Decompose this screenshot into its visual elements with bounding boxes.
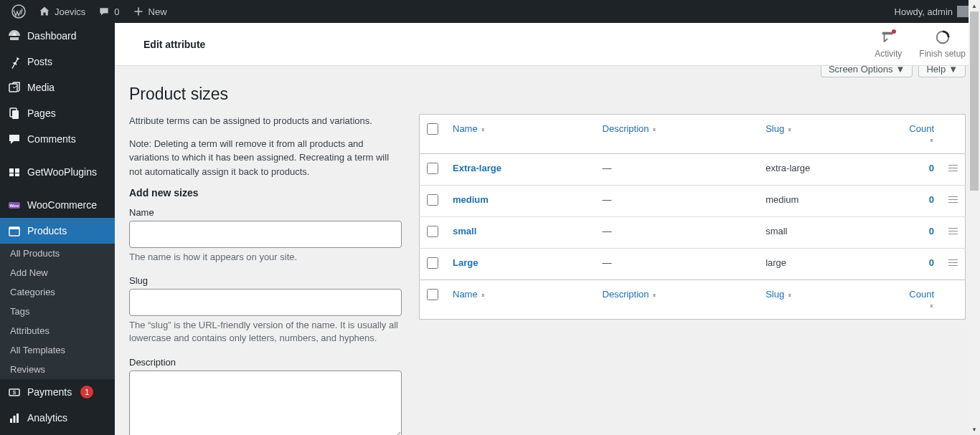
- page-title: Product sizes: [129, 85, 966, 104]
- term-count-link[interactable]: 0: [929, 257, 934, 268]
- svg-rect-11: [9, 227, 19, 229]
- table-row: medium—medium0: [420, 186, 966, 217]
- term-description: —: [595, 154, 759, 186]
- slug-input[interactable]: [129, 289, 402, 316]
- select-all-checkbox[interactable]: [427, 123, 438, 135]
- menu-label: GetWooPlugins: [27, 166, 97, 178]
- help-tab[interactable]: Help ▼: [918, 66, 966, 77]
- admin-bar: Joevics 0 New Howdy, admin: [0, 0, 980, 23]
- svg-rect-6: [9, 173, 14, 176]
- comments-link[interactable]: 0: [93, 0, 125, 23]
- admin-sidebar: Dashboard Posts Media Pages Comments Get…: [0, 23, 115, 435]
- name-label: Name: [129, 207, 402, 218]
- menu-dashboard[interactable]: Dashboard: [0, 23, 115, 49]
- menu-label: Products: [27, 225, 67, 236]
- new-content-link[interactable]: New: [127, 0, 173, 23]
- page-header: Edit attribute Activity Finish setup: [115, 23, 980, 66]
- term-name-link[interactable]: medium: [453, 194, 489, 205]
- select-all-checkbox-footer[interactable]: [427, 289, 438, 300]
- site-name: Joevics: [55, 6, 85, 17]
- slug-hint: The “slug” is the URL-friendly version o…: [129, 319, 402, 345]
- submenu-all-templates[interactable]: All Templates: [0, 340, 115, 360]
- term-count-link[interactable]: 0: [929, 226, 934, 236]
- col-count[interactable]: Count: [898, 115, 941, 154]
- col-description[interactable]: Description: [595, 115, 759, 154]
- menu-getwooplugins[interactable]: GetWooPlugins: [0, 159, 115, 185]
- description-label: Description: [129, 357, 402, 368]
- table-row: small—small0: [420, 217, 966, 249]
- menu-analytics[interactable]: Analytics: [0, 405, 115, 431]
- submenu-add-new[interactable]: Add New: [0, 263, 115, 282]
- scroll-up-arrow[interactable]: ▲: [969, 0, 980, 11]
- finish-setup-label: Finish setup: [919, 49, 966, 59]
- menu-media[interactable]: Media: [0, 75, 115, 100]
- page-header-title: Edit attribute: [143, 39, 205, 50]
- term-description: —: [595, 249, 759, 280]
- drag-handle[interactable]: [941, 154, 966, 186]
- table-row: Large—large0: [420, 249, 966, 280]
- term-count-link[interactable]: 0: [929, 194, 934, 205]
- menu-label: WooCommerce: [27, 199, 97, 211]
- menu-label: Payments: [27, 386, 72, 398]
- term-name-link[interactable]: small: [453, 226, 476, 236]
- site-name-link[interactable]: Joevics: [33, 0, 91, 23]
- menu-woocommerce[interactable]: Woo WooCommerce: [0, 192, 115, 218]
- svg-text:$: $: [13, 389, 17, 396]
- drag-handle[interactable]: [941, 186, 966, 217]
- term-slug: medium: [758, 186, 898, 217]
- menu-products[interactable]: Products: [0, 218, 115, 244]
- home-icon: [39, 6, 50, 17]
- submenu-reviews[interactable]: Reviews: [0, 360, 115, 379]
- row-checkbox[interactable]: [427, 226, 438, 237]
- submenu-categories[interactable]: Categories: [0, 282, 115, 302]
- submenu-attributes[interactable]: Attributes: [0, 321, 115, 340]
- row-checkbox[interactable]: [427, 163, 438, 174]
- drag-handle[interactable]: [941, 217, 966, 249]
- menu-label: Dashboard: [27, 30, 77, 42]
- avatar: [957, 6, 969, 17]
- activity-button[interactable]: Activity: [875, 29, 902, 59]
- svg-rect-16: [17, 414, 19, 423]
- term-name-link[interactable]: Extra-large: [453, 163, 501, 173]
- term-name-link[interactable]: Large: [453, 257, 478, 268]
- col-slug-footer[interactable]: Slug: [758, 280, 898, 320]
- wordpress-icon: [11, 4, 26, 19]
- drag-handle[interactable]: [941, 249, 966, 280]
- name-input[interactable]: [129, 221, 402, 248]
- drag-icon: [948, 165, 958, 171]
- products-icon: [7, 224, 22, 238]
- menu-comments[interactable]: Comments: [0, 126, 115, 152]
- scrollbar-thumb[interactable]: [970, 11, 979, 191]
- col-name[interactable]: Name: [446, 115, 595, 154]
- col-description-footer[interactable]: Description: [595, 280, 759, 320]
- submenu-tags[interactable]: Tags: [0, 302, 115, 321]
- comment-icon: [98, 6, 110, 17]
- col-count-footer[interactable]: Count: [898, 280, 941, 320]
- svg-text:Woo: Woo: [10, 204, 19, 208]
- intro-text: Attribute terms can be assigned to produ…: [129, 114, 402, 128]
- howdy-account[interactable]: Howdy, admin: [889, 0, 974, 23]
- description-textarea[interactable]: [129, 371, 402, 435]
- svg-rect-1: [9, 84, 17, 92]
- progress-icon: [935, 29, 951, 47]
- drag-icon: [948, 228, 958, 234]
- scrollbar[interactable]: ▲ ▼: [969, 0, 980, 435]
- finish-setup-button[interactable]: Finish setup: [919, 29, 966, 59]
- svg-rect-4: [9, 168, 14, 173]
- menu-pages[interactable]: Pages: [0, 100, 115, 126]
- comments-icon: [7, 132, 22, 146]
- svg-rect-3: [12, 110, 19, 119]
- menu-payments[interactable]: $ Payments 1: [0, 379, 115, 405]
- term-slug: large: [758, 249, 898, 280]
- menu-posts[interactable]: Posts: [0, 49, 115, 75]
- scroll-down-arrow[interactable]: ▼: [969, 424, 980, 435]
- screen-options-tab[interactable]: Screen Options ▼: [821, 66, 913, 77]
- submenu-all-products[interactable]: All Products: [0, 244, 115, 263]
- row-checkbox[interactable]: [427, 257, 438, 269]
- wp-logo-menu[interactable]: [6, 0, 32, 23]
- col-name-footer[interactable]: Name: [446, 280, 595, 320]
- col-slug[interactable]: Slug: [758, 115, 898, 154]
- row-checkbox[interactable]: [427, 194, 438, 206]
- badge-count: 1: [80, 386, 93, 398]
- term-count-link[interactable]: 0: [929, 163, 934, 173]
